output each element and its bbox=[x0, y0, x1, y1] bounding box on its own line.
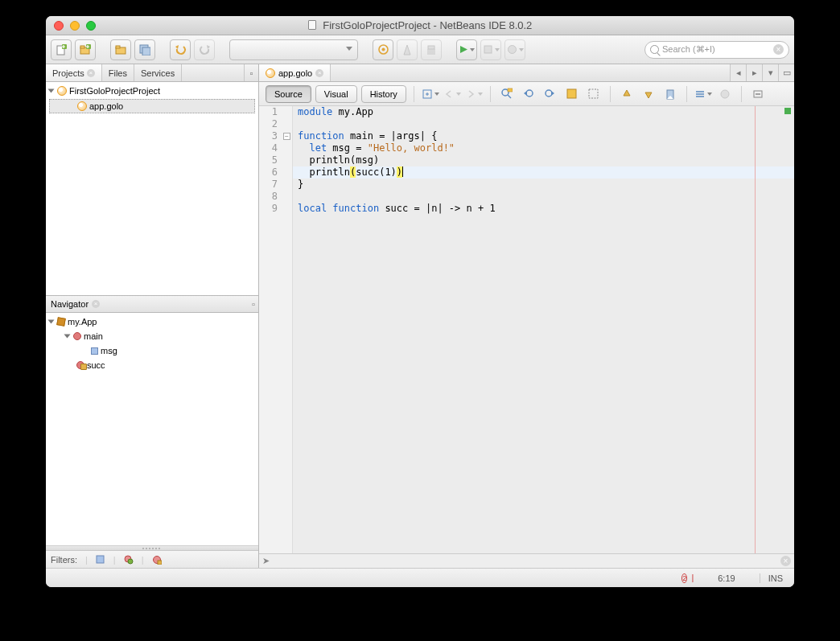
breadcrumb-nav-icon[interactable]: ➤ bbox=[262, 556, 270, 566]
clean-button[interactable] bbox=[421, 39, 442, 60]
redo-button[interactable] bbox=[194, 39, 215, 60]
golo-file-icon bbox=[266, 68, 275, 78]
error-badge-icon: 2 bbox=[681, 573, 687, 583]
clean-build-button[interactable] bbox=[397, 39, 418, 60]
build-button[interactable] bbox=[373, 39, 393, 60]
nav-msg-label: msg bbox=[101, 346, 117, 355]
view-source-button[interactable]: Source bbox=[266, 85, 311, 103]
projects-tree[interactable]: FirstGoloProjectProject app.golo bbox=[46, 82, 258, 295]
filter-public-icon[interactable] bbox=[124, 555, 134, 565]
navigator-tree[interactable]: my.App main msg succ bbox=[46, 313, 258, 545]
code-line: } bbox=[293, 179, 794, 191]
new-file-button[interactable] bbox=[51, 39, 72, 60]
nav-module-label: my.App bbox=[68, 317, 97, 327]
svg-point-10 bbox=[381, 48, 385, 51]
comment-button[interactable] bbox=[749, 85, 767, 103]
tab-files[interactable]: Files bbox=[102, 64, 134, 81]
status-errors[interactable]: 2 | bbox=[681, 573, 694, 583]
close-icon[interactable]: × bbox=[92, 300, 100, 308]
undo-button[interactable] bbox=[170, 39, 191, 60]
fold-toggle-icon[interactable]: − bbox=[283, 133, 290, 140]
expand-icon[interactable] bbox=[48, 89, 55, 93]
nav-msg-node[interactable]: msg bbox=[46, 343, 258, 358]
debug-button[interactable] bbox=[480, 39, 501, 60]
svg-rect-11 bbox=[428, 46, 434, 49]
run-button[interactable] bbox=[456, 39, 477, 60]
code-line bbox=[293, 191, 794, 203]
last-edit-button[interactable] bbox=[422, 85, 439, 103]
svg-point-29 bbox=[756, 93, 757, 95]
svg-rect-25 bbox=[589, 89, 598, 98]
main-toolbar: Search (⌘+I) × bbox=[46, 35, 794, 64]
titlebar: FirstGoloProjectProject - NetBeans IDE 8… bbox=[46, 16, 794, 35]
find-next-button[interactable] bbox=[541, 85, 559, 103]
code-line-current: println(succ(1)) bbox=[293, 166, 794, 179]
minimize-panel-button[interactable]: ▫ bbox=[252, 299, 255, 309]
status-insert-mode[interactable]: INS bbox=[760, 573, 783, 583]
project-file-node[interactable]: app.golo bbox=[49, 99, 255, 113]
right-margin-line bbox=[755, 106, 756, 553]
macro-button[interactable] bbox=[716, 85, 734, 103]
prev-bookmark-button[interactable] bbox=[618, 85, 636, 103]
golo-file-icon bbox=[77, 101, 87, 111]
navigator-filters: Filters: | | | bbox=[46, 550, 258, 568]
svg-point-31 bbox=[759, 93, 760, 95]
toggle-rect-select-button[interactable] bbox=[585, 85, 603, 103]
code-editor[interactable]: 1 2 3− 4 5 6 7 8 9 module my.App functio… bbox=[259, 106, 794, 553]
editor-tab-app-golo[interactable]: app.golo × bbox=[259, 64, 331, 81]
save-all-button[interactable] bbox=[134, 39, 155, 60]
error-stripe-ok-icon bbox=[784, 108, 791, 114]
config-dropdown[interactable] bbox=[229, 39, 358, 60]
back-button[interactable] bbox=[443, 85, 461, 103]
tab-files-label: Files bbox=[109, 68, 127, 78]
clear-search-icon[interactable]: × bbox=[773, 44, 784, 55]
module-icon bbox=[56, 317, 66, 327]
golo-project-icon bbox=[57, 86, 67, 96]
scroll-tabs-left-button[interactable]: ◂ bbox=[730, 64, 746, 81]
variable-icon bbox=[91, 347, 98, 355]
filter-fields-icon[interactable] bbox=[96, 555, 105, 565]
minimize-panel-button[interactable]: ▫ bbox=[244, 64, 258, 81]
toggle-bookmark-button[interactable] bbox=[661, 85, 679, 103]
expand-icon[interactable] bbox=[64, 335, 71, 339]
expand-icon[interactable] bbox=[48, 320, 55, 324]
svg-point-30 bbox=[757, 93, 759, 95]
find-selection-button[interactable] bbox=[498, 85, 516, 103]
new-project-button[interactable] bbox=[75, 39, 96, 60]
code-area[interactable]: module my.App function main = |args| { l… bbox=[293, 106, 794, 553]
panel-resize-grip[interactable] bbox=[46, 545, 258, 550]
profile-button[interactable] bbox=[504, 39, 525, 60]
navigator-header: Navigator × ▫ bbox=[46, 295, 258, 313]
close-editor-icon[interactable]: × bbox=[780, 556, 791, 566]
line-gutter[interactable]: 1 2 3− 4 5 6 7 8 9 bbox=[259, 106, 293, 553]
forward-button[interactable] bbox=[465, 85, 483, 103]
view-visual-button[interactable]: Visual bbox=[315, 85, 357, 103]
open-project-button[interactable] bbox=[110, 39, 131, 60]
close-icon[interactable]: × bbox=[87, 69, 95, 77]
close-tab-icon[interactable]: × bbox=[315, 69, 323, 77]
project-file-label: app.golo bbox=[89, 101, 123, 111]
tab-projects[interactable]: Projects × bbox=[46, 64, 102, 81]
tab-services[interactable]: Services bbox=[134, 64, 182, 81]
find-prev-button[interactable] bbox=[520, 85, 537, 103]
svg-rect-6 bbox=[116, 46, 120, 48]
text-caret bbox=[402, 166, 403, 177]
editor-toolbar: Source Visual History bbox=[259, 82, 794, 106]
project-root-node[interactable]: FirstGoloProjectProject bbox=[46, 84, 258, 98]
nav-module-node[interactable]: my.App bbox=[46, 314, 258, 329]
filter-private-icon[interactable] bbox=[152, 555, 162, 565]
nav-succ-node[interactable]: succ bbox=[46, 358, 258, 372]
function-icon bbox=[73, 332, 81, 340]
next-bookmark-button[interactable] bbox=[640, 85, 657, 103]
shift-left-button[interactable] bbox=[694, 85, 712, 103]
scroll-tabs-right-button[interactable]: ▸ bbox=[746, 64, 762, 81]
toggle-highlight-button[interactable] bbox=[563, 85, 581, 103]
view-history-button[interactable]: History bbox=[361, 85, 406, 103]
tab-list-button[interactable]: ▾ bbox=[762, 64, 778, 81]
nav-main-node[interactable]: main bbox=[46, 329, 258, 343]
code-line: module my.App bbox=[293, 106, 794, 118]
maximize-editor-button[interactable]: ▭ bbox=[778, 64, 794, 81]
local-function-icon bbox=[76, 361, 84, 369]
quick-search[interactable]: Search (⌘+I) × bbox=[644, 41, 789, 59]
status-cursor-position: 6:19 bbox=[718, 573, 735, 583]
